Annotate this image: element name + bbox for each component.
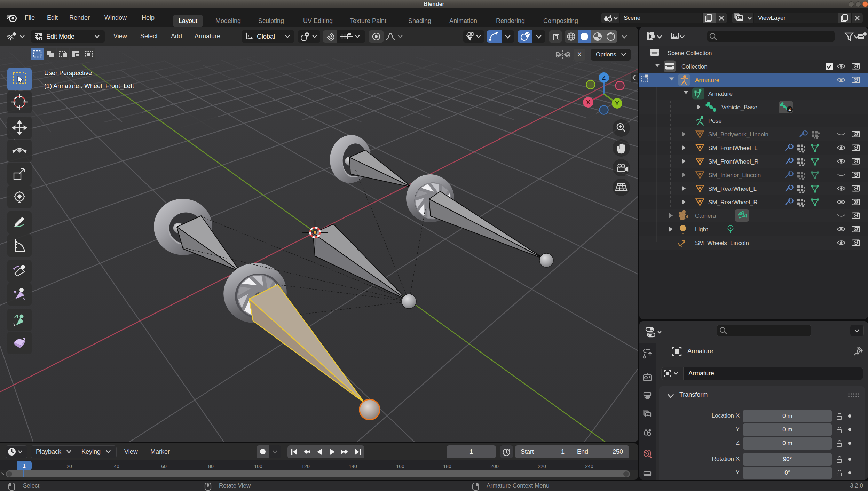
svg-text:Light: Light bbox=[695, 226, 708, 233]
svg-text:SM_Bodywork_Lincoln: SM_Bodywork_Lincoln bbox=[708, 131, 768, 138]
svg-text:Armature: Armature bbox=[695, 77, 719, 84]
svg-text:120: 120 bbox=[301, 464, 310, 469]
svg-text:160: 160 bbox=[396, 464, 404, 469]
svg-text:60: 60 bbox=[161, 464, 167, 469]
svg-text:20: 20 bbox=[66, 464, 72, 469]
svg-text:40: 40 bbox=[114, 464, 119, 469]
svg-text:Camera: Camera bbox=[695, 213, 716, 219]
svg-text:X: X bbox=[586, 99, 590, 106]
svg-text:200: 200 bbox=[490, 464, 499, 469]
svg-text:Scene Collection: Scene Collection bbox=[668, 50, 712, 56]
svg-text:SM_Interior_Lincoln: SM_Interior_Lincoln bbox=[708, 172, 761, 179]
svg-text:Armature: Armature bbox=[708, 90, 733, 97]
svg-text:SM_RearWheel_L: SM_RearWheel_L bbox=[708, 185, 757, 192]
svg-text:80: 80 bbox=[208, 464, 214, 469]
svg-text:Z: Z bbox=[602, 74, 606, 81]
svg-text:100: 100 bbox=[254, 464, 262, 469]
svg-text:140: 140 bbox=[349, 464, 357, 469]
svg-text:SM_FrontWheel_L: SM_FrontWheel_L bbox=[708, 145, 758, 151]
svg-text:Vehicle_Base: Vehicle_Base bbox=[721, 104, 757, 111]
svg-text:1: 1 bbox=[23, 463, 25, 469]
svg-text:SM_FrontWheel_R: SM_FrontWheel_R bbox=[708, 158, 759, 165]
svg-text:Y: Y bbox=[615, 100, 619, 107]
svg-text:SM_RearWheel_R: SM_RearWheel_R bbox=[708, 199, 758, 206]
svg-text:SM_Wheels_Lincoln: SM_Wheels_Lincoln bbox=[695, 240, 749, 246]
svg-text:Collection: Collection bbox=[681, 63, 708, 70]
svg-text:240: 240 bbox=[585, 464, 593, 469]
svg-text:180: 180 bbox=[443, 464, 451, 469]
svg-text:220: 220 bbox=[538, 464, 546, 469]
svg-text:Pose: Pose bbox=[708, 118, 722, 124]
svg-text:4: 4 bbox=[788, 107, 791, 112]
